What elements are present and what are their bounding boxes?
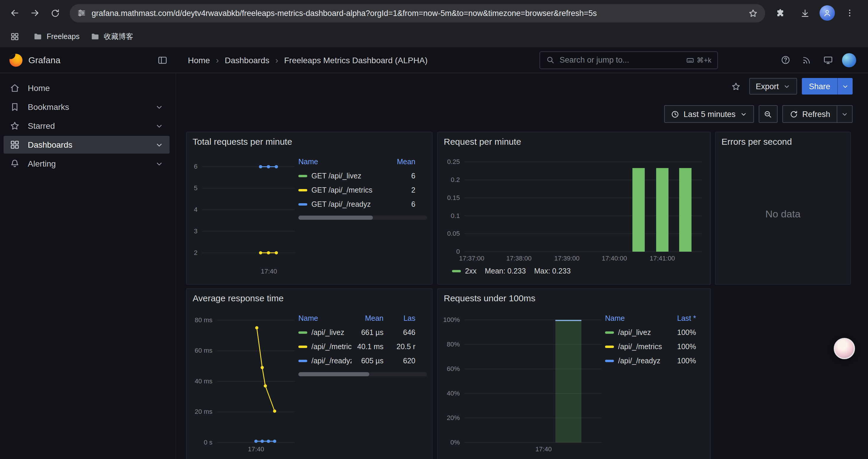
time-range-picker[interactable]: Last 5 minutes bbox=[664, 105, 754, 123]
series-name[interactable]: /api/_livez bbox=[299, 328, 351, 337]
forward-button[interactable] bbox=[25, 3, 45, 23]
legend-row[interactable]: /api/_/readyz100% bbox=[605, 354, 706, 368]
panel-title[interactable]: Requests under 100ms bbox=[438, 289, 710, 306]
legend-table: NameLast */api/_livez100%/api/_/metrics1… bbox=[605, 311, 706, 455]
bookmark-item-blog[interactable]: 收藏博客 bbox=[90, 32, 133, 42]
series-name[interactable]: /api/_/metrics bbox=[605, 342, 664, 351]
dashboard-actions: Export Share bbox=[728, 78, 852, 95]
sync-icon bbox=[789, 109, 798, 119]
svg-text:0.2: 0.2 bbox=[451, 176, 460, 184]
mega-menu-dock-button[interactable] bbox=[157, 55, 168, 65]
legend-column-header[interactable]: Mean bbox=[351, 314, 383, 323]
legend-value: 646 bbox=[383, 328, 415, 337]
series-color-dash bbox=[452, 270, 461, 272]
legend-scrollbar[interactable] bbox=[299, 372, 427, 376]
kiosk-mode-button[interactable] bbox=[817, 51, 838, 69]
sidebar-item-starred[interactable]: Starred bbox=[4, 117, 169, 135]
share-button[interactable]: Share bbox=[802, 78, 837, 95]
arrow-right-icon bbox=[30, 8, 40, 18]
help-circle-icon bbox=[780, 55, 790, 65]
back-button[interactable] bbox=[5, 3, 25, 23]
download-icon bbox=[800, 8, 810, 18]
legend-value: 100% bbox=[664, 342, 696, 351]
legend-column-header[interactable]: Name bbox=[299, 314, 351, 323]
sidebar-item-home[interactable]: Home bbox=[4, 79, 169, 97]
reload-button[interactable] bbox=[45, 3, 65, 23]
panel-title[interactable]: Errors per second bbox=[716, 132, 850, 150]
svg-text:17:38:00: 17:38:00 bbox=[506, 255, 532, 262]
assistant-avatar[interactable] bbox=[834, 338, 855, 359]
legend-column-header[interactable]: Last * bbox=[664, 314, 696, 323]
timeseries-chart: 6543217:40 bbox=[191, 151, 299, 277]
svg-text:20%: 20% bbox=[447, 414, 460, 422]
downloads-button[interactable] bbox=[795, 3, 815, 23]
browser-menu-button[interactable] bbox=[840, 3, 860, 23]
news-button[interactable] bbox=[796, 51, 817, 69]
legend-row[interactable]: /api/_/metrics40.1 ms20.5 r bbox=[299, 340, 427, 354]
site-info-tune-icon[interactable] bbox=[77, 8, 86, 18]
chevron-down-icon[interactable] bbox=[155, 121, 164, 130]
sidebar-item-alerting[interactable]: Alerting bbox=[4, 155, 169, 172]
chevron-down-icon[interactable] bbox=[155, 140, 164, 149]
puzzle-icon bbox=[775, 8, 785, 18]
apps-shortcut-button[interactable] bbox=[7, 29, 23, 44]
refresh-interval-button[interactable] bbox=[837, 106, 852, 122]
search-box[interactable]: ⌘+k bbox=[539, 51, 718, 69]
series-color-dash bbox=[299, 346, 307, 348]
share-menu-button[interactable] bbox=[837, 78, 852, 95]
arrow-left-icon bbox=[9, 8, 20, 18]
breadcrumb-current-dashboard[interactable]: Freeleaps Metrics Dashboard (ALPHA) bbox=[284, 55, 428, 65]
panel-title[interactable]: Total requests per minute bbox=[187, 132, 432, 150]
sidebar-item-dashboards[interactable]: Dashboards bbox=[4, 136, 169, 154]
series-name[interactable]: GET /api/_/metrics bbox=[299, 186, 383, 194]
legend-row[interactable]: /api/_livez661 µs646 bbox=[299, 326, 427, 340]
legend-scrollbar[interactable] bbox=[299, 216, 427, 220]
share-button-group: Share bbox=[802, 78, 852, 95]
series-name[interactable]: GET /api/_livez bbox=[299, 172, 383, 180]
bookmark-label: 收藏博客 bbox=[104, 32, 133, 42]
sidebar-item-bookmarks[interactable]: Bookmarks bbox=[4, 98, 169, 116]
svg-text:17:40: 17:40 bbox=[248, 446, 264, 453]
chevron-down-icon[interactable] bbox=[155, 159, 164, 168]
zoom-out-time-button[interactable] bbox=[758, 105, 777, 123]
series-name[interactable]: 2xx bbox=[465, 267, 476, 275]
bookmark-item-freeleaps[interactable]: Freeleaps bbox=[33, 32, 80, 41]
help-button[interactable] bbox=[775, 51, 796, 69]
refresh-button[interactable]: Refresh bbox=[783, 106, 837, 122]
breadcrumb-home[interactable]: Home bbox=[188, 55, 210, 65]
breadcrumb-dashboards[interactable]: Dashboards bbox=[225, 55, 270, 65]
legend-row[interactable]: GET /api/_/readyz6 bbox=[299, 197, 427, 211]
series-name[interactable]: GET /api/_/readyz bbox=[299, 200, 383, 208]
series-name[interactable]: /api/_/readyz bbox=[605, 357, 664, 365]
chevron-down-icon[interactable] bbox=[155, 102, 164, 111]
legend-row[interactable]: /api/_/readyz605 µs620 bbox=[299, 354, 427, 368]
legend-row[interactable]: GET /api/_/metrics2 bbox=[299, 183, 427, 197]
legend-column-header[interactable]: Mean bbox=[383, 158, 415, 166]
legend-column-header[interactable]: Las bbox=[383, 314, 415, 323]
favorite-dashboard-button[interactable] bbox=[728, 78, 745, 95]
series-name[interactable]: /api/_livez bbox=[605, 328, 664, 337]
scrollbar-thumb[interactable] bbox=[299, 216, 373, 220]
bookmark-star-icon[interactable] bbox=[748, 8, 758, 18]
panel-title[interactable]: Request per minute bbox=[438, 132, 710, 150]
chevron-down-icon bbox=[740, 110, 747, 118]
user-menu-button[interactable] bbox=[838, 51, 860, 69]
bookmarks-bar: Freeleaps 收藏博客 bbox=[0, 26, 868, 47]
address-bar[interactable]: grafana.mathmast.com/d/deytv4rwavabkb/fr… bbox=[70, 4, 765, 22]
legend-row[interactable]: GET /api/_livez6 bbox=[299, 169, 427, 183]
series-name[interactable]: /api/_/readyz bbox=[299, 357, 351, 365]
series-name[interactable]: /api/_/metrics bbox=[299, 342, 351, 351]
profile-avatar[interactable] bbox=[819, 5, 835, 21]
keyboard-shortcut-hint: ⌘+k bbox=[686, 56, 711, 64]
extensions-button[interactable] bbox=[770, 3, 790, 23]
grafana-logo-icon[interactable] bbox=[9, 54, 23, 66]
scrollbar-thumb[interactable] bbox=[299, 372, 369, 376]
legend-row[interactable]: /api/_/metrics100% bbox=[605, 340, 706, 354]
panel-title[interactable]: Average response time bbox=[187, 289, 432, 306]
export-button[interactable]: Export bbox=[749, 78, 797, 95]
legend-row[interactable]: /api/_livez100% bbox=[605, 326, 706, 340]
grafana-header: Grafana Home › Dashboards › Freeleaps Me… bbox=[0, 47, 868, 73]
legend-column-header[interactable]: Name bbox=[299, 158, 383, 166]
search-input[interactable] bbox=[560, 56, 681, 64]
legend-column-header[interactable]: Name bbox=[605, 314, 664, 323]
